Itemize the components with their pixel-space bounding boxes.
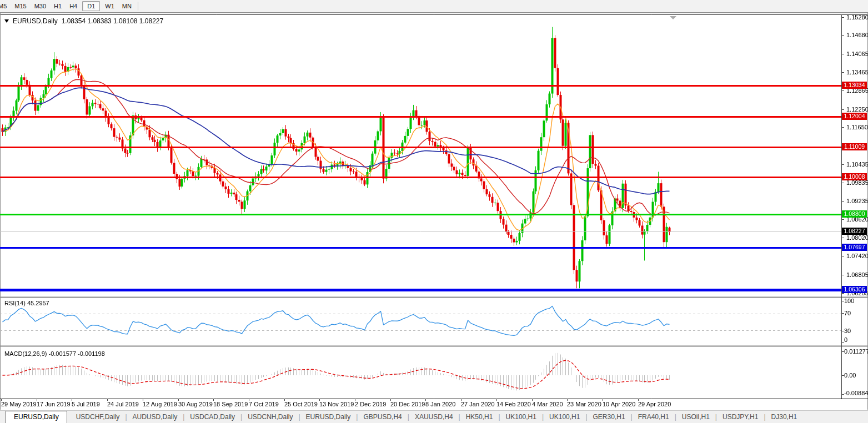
toolbar-separator [138, 2, 138, 11]
timeframe-toolbar: M5M15M30H1H4D1W1MN [0, 0, 868, 12]
price-axis-tick-label: 1.13465 [846, 69, 868, 75]
chart-tab-hk50-h1[interactable]: HK50,H1 [460, 411, 499, 423]
chart-tab-usoil-h1[interactable]: USOil,H1 [676, 411, 715, 423]
chart-dropdown-caret-icon[interactable] [4, 19, 9, 23]
rsi-scale-label: 70 [844, 310, 851, 316]
chart-tab-usdcnh-daily[interactable]: USDCNH,Daily [242, 411, 298, 423]
price-axis-tick-label: 1.09235 [846, 198, 868, 204]
macd-scale-label: -0.008845 [844, 390, 868, 396]
time-axis-label: 17 Jun 2019 [37, 401, 71, 407]
price-chart-canvas[interactable] [0, 0, 868, 423]
hline-price-badge: 1.11009 [842, 143, 867, 150]
time-axis-label: 24 Jul 2019 [107, 401, 139, 407]
time-axis-label: 29 Apr 2020 [638, 401, 671, 407]
chart-shift-marker-icon [670, 16, 676, 19]
chart-tab-xauusd-h4[interactable]: XAUUSD,H4 [409, 411, 459, 423]
chart-title: EURUSD,Daily 1.08354 1.08383 1.08108 1.0… [4, 17, 163, 25]
chart-tab-usdjpy-h1[interactable]: USDJPY,H1 [717, 411, 764, 423]
hline-price-badge: 1.13034 [842, 82, 867, 89]
time-axis-label: 14 Feb 2020 [496, 401, 531, 407]
time-axis-label: 20 Dec 2019 [390, 401, 425, 407]
time-axis-label: 30 Aug 2019 [178, 401, 213, 407]
time-axis-label: 4 Mar 2020 [532, 401, 563, 407]
time-axis-label: 25 Oct 2019 [284, 401, 318, 407]
chart-tab-fra40-h1[interactable]: FRA40,H1 [633, 411, 675, 423]
time-axis-label: 5 Jul 2019 [72, 401, 100, 407]
price-axis-tick-label: 1.15280 [846, 14, 868, 21]
current-price-badge: 1.08227 [842, 228, 867, 235]
rsi-label: RSI(14) 45.2957 [4, 300, 49, 306]
macd-scale-label: 0.011277 [844, 348, 868, 355]
time-axis-label: 2 Dec 2019 [355, 401, 386, 407]
timeframe-button-h4[interactable]: H4 [66, 1, 81, 11]
macd-scale-label: 0.00 [844, 372, 856, 379]
price-axis-tick-label: 1.08020 [846, 234, 868, 241]
chart-ohlc-values: 1.08354 1.08383 1.08108 1.08227 [62, 17, 164, 25]
timeframe-button-h1[interactable]: H1 [50, 1, 66, 11]
hline-price-badge: 1.12004 [842, 113, 867, 120]
chart-tab-usdchf-daily[interactable]: USDCHF,Daily [71, 411, 126, 423]
chart-tab-bar: EURUSD,DailyUSDCHF,Daily|AUDUSD,Daily|US… [0, 410, 868, 423]
price-axis-tick-label: 1.11650 [846, 124, 868, 130]
hline-price-badge: 1.06306 [842, 286, 867, 293]
time-axis-label: 27 Jan 2020 [461, 401, 495, 407]
time-axis-label: 29 May 2019 [1, 401, 37, 407]
rsi-scale-label: 30 [844, 328, 851, 334]
chart-tab-audusd-daily[interactable]: AUDUSD,Daily [127, 411, 183, 423]
chart-symbol-period: EURUSD,Daily [13, 17, 58, 25]
rsi-scale-label: 100 [844, 298, 854, 304]
time-axis-label: 12 Aug 2019 [143, 401, 177, 407]
price-axis-tick-label: 1.12250 [846, 106, 868, 113]
time-axis-label: 13 Nov 2019 [319, 401, 354, 407]
time-axis-label: 7 Oct 2019 [249, 401, 279, 407]
price-axis-tick-label: 1.06805 [846, 271, 868, 278]
hline-price-badge: 1.07697 [842, 244, 867, 251]
price-axis-tick-label: 1.10435 [846, 161, 868, 168]
hline-price-badge: 1.08800 [842, 210, 867, 218]
time-axis-label: 8 Jan 2020 [425, 401, 455, 407]
time-axis-label: 10 Apr 2020 [603, 401, 635, 407]
mt4-chart-window: { "toolbar": { "timeframes": ["M5","M15"… [0, 0, 868, 423]
chart-tab-dj30-h1[interactable]: DJ30,H1 [766, 411, 803, 423]
time-axis-label: 23 Mar 2020 [567, 401, 601, 407]
timeframe-button-d1[interactable]: D1 [82, 1, 100, 11]
chart-tab-uk100-h1[interactable]: UK100,H1 [500, 411, 542, 423]
chart-tab-eurusd-daily[interactable]: EURUSD,Daily [300, 411, 357, 423]
chart-tab-usdcad-daily[interactable]: USDCAD,Daily [184, 411, 240, 423]
timeframe-button-mn[interactable]: MN [118, 1, 136, 11]
hline-price-badge: 1.10008 [842, 173, 867, 180]
macd-label: MACD(12,26,9) -0.001577 -0.001198 [4, 350, 105, 357]
timeframe-button-w1[interactable]: W1 [101, 1, 118, 11]
chart-tab-eurusd-daily[interactable]: EURUSD,Daily [6, 411, 67, 423]
timeframe-button-m5[interactable]: M5 [0, 1, 11, 11]
time-axis-label: 18 Sep 2019 [213, 401, 248, 407]
chart-tab-ger30-h1[interactable]: GER30,H1 [588, 411, 631, 423]
timeframe-button-m30[interactable]: M30 [31, 1, 50, 11]
price-axis-tick-label: 1.14680 [846, 32, 868, 38]
chart-tab-uk100-h1[interactable]: UK100,H1 [544, 411, 585, 423]
rsi-scale-label: 0 [844, 336, 847, 343]
price-axis-tick-label: 1.07420 [846, 253, 868, 259]
timeframe-button-m15[interactable]: M15 [11, 1, 30, 11]
chart-tab-gbpusd-h4[interactable]: GBPUSD,H4 [358, 411, 407, 423]
price-axis-tick-label: 1.14065 [846, 51, 868, 57]
